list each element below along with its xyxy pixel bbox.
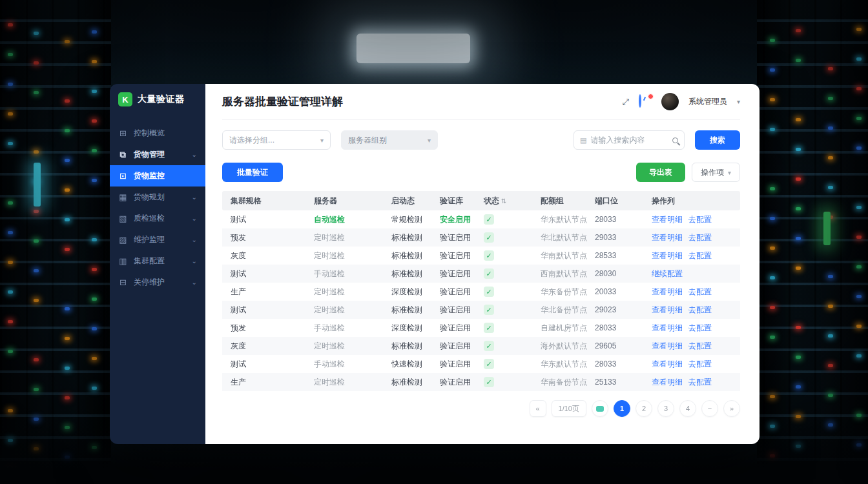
page-button-3[interactable]: 3 [657,400,674,417]
cell-task: 定时巡检 [314,250,391,261]
table-row: 测试定时巡检标准检测验证启用✓华北备份节点29023查看明细去配置 [222,301,740,319]
cell-type: 标准检测 [391,305,440,316]
action-link[interactable]: 查看明细 [652,341,683,352]
more-actions-button[interactable]: 操作项 ▾ [692,163,740,182]
led-light [856,325,862,328]
table-header-row: 集群规格服务器启动态验证库状态⇅配额组端口位操作列 [222,191,740,210]
led-light [34,358,39,361]
led-light [8,320,13,323]
sidebar-item-4[interactable]: ▧质检巡检⌄ [110,208,205,229]
sidebar-item-label: 货物规划 [134,192,165,203]
sidebar-item-0[interactable]: ⊞控制概览 [110,123,205,144]
led-light [8,231,13,234]
chevron-down-icon: ⌄ [192,194,197,201]
led-light [8,142,13,145]
page-button-»[interactable]: » [723,400,740,417]
cell-type: 深度检测 [391,323,440,334]
led-light [796,326,801,329]
bulk-verify-button[interactable]: 批量验证 [222,163,283,182]
sidebar-item-2[interactable]: ⊡货物监控 [110,165,205,187]
action-link[interactable]: 继续配置 [652,268,683,279]
action-link[interactable]: 去配置 [688,359,712,370]
led-light [828,394,833,397]
action-link[interactable]: 查看明细 [652,287,683,297]
led-light [34,299,39,302]
table-body: 测试自动巡检常规检测安全启用✓华东默认节点28033查看明细去配置预发定时巡检标… [222,210,740,391]
action-link[interactable]: 查看明细 [652,359,683,370]
led-light [828,186,833,189]
page-button-−[interactable]: − [701,400,718,417]
server-group-select[interactable]: 服务器组别 ▾ [341,130,438,150]
column-header-label: 状态 [484,196,499,207]
group-select[interactable]: 请选择分组... ▾ [222,130,331,150]
sidebar-item-5[interactable]: ▨维护监理⌄ [110,229,205,250]
action-link[interactable]: 查看明细 [652,232,683,243]
cell-env: 测试 [231,359,314,370]
chevron-down-icon: ⌄ [192,257,197,265]
action-link[interactable]: 去配置 [688,232,712,243]
export-button[interactable]: 导出表 [636,163,685,182]
column-header-4[interactable]: 状态⇅ [484,196,541,207]
cell-lib: 验证启用 [440,287,484,297]
action-link[interactable]: 去配置 [688,287,712,297]
led-light [8,112,13,116]
led-light [770,276,775,279]
led-light [856,146,862,150]
avatar[interactable] [661,93,679,110]
action-link[interactable]: 去配置 [688,214,712,225]
search-button[interactable]: 搜索 [695,130,740,150]
action-link[interactable]: 去配置 [688,305,712,316]
cell-task: 定时巡检 [314,341,391,352]
action-link[interactable]: 去配置 [688,250,712,261]
cell-type: 标准检测 [391,250,440,261]
action-link[interactable]: 去配置 [688,377,712,388]
prev-page-button[interactable]: « [530,400,546,417]
chevron-down-icon: ▾ [728,169,731,176]
topbar: 服务器批量验证管理详解 ⤢ 系统管理员 ▾ [222,84,740,120]
sidebar-item-6[interactable]: ▥集群配置⌄ [110,250,205,272]
cell-port: 29023 [595,305,652,314]
page-button-2[interactable]: 2 [636,400,652,417]
action-link[interactable]: 查看明细 [652,377,683,388]
action-link[interactable]: 查看明细 [652,305,683,316]
action-link[interactable]: 去配置 [688,323,712,334]
page-button-4[interactable]: 4 [679,400,696,417]
cell-task: 定时巡检 [314,287,391,297]
led-light [65,188,70,192]
notifications-icon[interactable] [639,96,652,108]
fullscreen-icon[interactable]: ⤢ [623,97,629,107]
led-light [828,67,833,70]
user-menu-chevron-icon[interactable]: ▾ [737,98,740,105]
led-light [8,290,13,294]
table-row: 测试手动巡检标准检测验证启用✓西南默认节点28030继续配置 [222,265,740,283]
cell-env: 测试 [231,268,314,279]
sidebar-item-7[interactable]: ⊟关停维护⌄ [110,272,205,293]
sidebar-item-1[interactable]: ⧉货物管理⌄ [110,144,205,165]
led-light [34,91,39,94]
sidebar-item-3[interactable]: ▦货物规划⌄ [110,187,205,208]
cell-lib: 验证启用 [440,305,484,316]
action-link[interactable]: 查看明细 [652,214,683,225]
page-title: 服务器批量验证管理详解 [222,94,343,109]
led-light [92,30,97,34]
led-light [34,239,39,243]
verification-table: 集群规格服务器启动态验证库状态⇅配额组端口位操作列 测试自动巡检常规检测安全启用… [222,191,740,391]
cell-zone: 华南默认节点 [541,250,595,261]
led-light [828,305,833,308]
action-link[interactable]: 查看明细 [652,323,683,334]
table-row: 生产定时巡检标准检测验证启用✓华南备份节点25133查看明细去配置 [222,373,740,391]
check-icon: ✓ [484,359,494,369]
dashboard-icon: ⊞ [118,128,128,138]
action-link[interactable]: 查看明细 [652,250,683,261]
page-button-1[interactable]: 1 [614,400,630,417]
message-page-button[interactable] [592,400,608,417]
page-info[interactable]: 1/10页 [552,400,586,417]
notification-badge [648,94,654,99]
chevron-down-icon: ▾ [320,137,324,144]
led-light [65,367,70,370]
filter-icon: ▤ [580,136,586,145]
column-header-label: 集群规格 [231,196,262,207]
search-input[interactable]: ▤ 请输入搜索内容 [574,130,685,150]
check-icon: ✓ [484,305,494,315]
action-link[interactable]: 去配置 [688,341,712,352]
